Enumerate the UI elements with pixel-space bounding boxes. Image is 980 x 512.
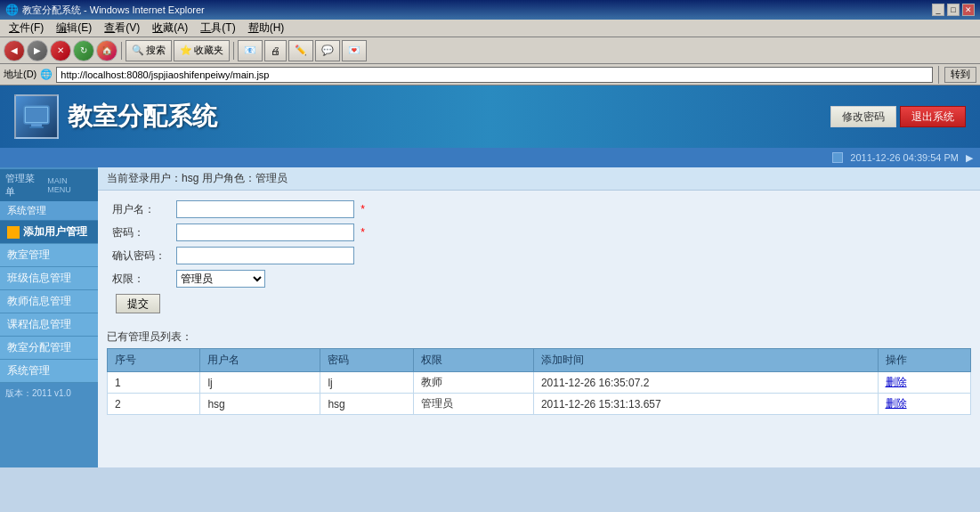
modify-password-button[interactable]: 修改密码 [830, 106, 896, 127]
cell-seq: 1 [108, 372, 200, 394]
menu-favorites[interactable]: 收藏(A) [147, 20, 193, 37]
svg-rect-1 [26, 108, 47, 122]
cell-seq: 2 [108, 394, 200, 415]
favorites-label: 收藏夹 [194, 44, 223, 57]
discuss-button[interactable]: 💬 [315, 40, 340, 61]
app-header: 教室分配系统 修改密码 退出系统 [0, 85, 980, 148]
minimize-button[interactable]: _ [932, 4, 944, 16]
back-button[interactable]: ◀ [4, 40, 25, 61]
svg-rect-3 [29, 126, 44, 128]
address-input[interactable] [56, 67, 933, 83]
sidebar-item-course-info[interactable]: 课程信息管理 [0, 313, 98, 337]
forward-button[interactable]: ▶ [27, 40, 48, 61]
search-button[interactable]: 🔍 搜索 [126, 40, 172, 61]
sidebar-item-system[interactable]: 系统管理 [0, 201, 98, 221]
sidebar-label-class-info: 班级信息管理 [7, 271, 71, 286]
sidebar-item-teacher-info[interactable]: 教师信息管理 [0, 290, 98, 313]
table-body: 1 lj lj 教师 2011-12-26 16:35:07.2 删除 2 hs… [108, 372, 971, 415]
cell-action: 删除 [878, 372, 970, 394]
toolbar-separator-1 [121, 42, 122, 60]
toolbar: ◀ ▶ ✕ ↻ 🏠 🔍 搜索 ⭐ 收藏夹 📧 🖨 ✏️ 💬 💌 [0, 37, 980, 64]
sidebar-item-room-assign[interactable]: 教室分配管理 [0, 337, 98, 360]
form-row-password: 密码： * [107, 221, 971, 244]
form-area: 用户名： * 密码： * 确认密码： [98, 191, 980, 324]
list-section: 已有管理员列表： 序号 用户名 密码 权限 添加时间 操作 1 lj lj 教师… [98, 324, 980, 420]
delete-link-2[interactable]: 删除 [886, 397, 907, 410]
password-input[interactable] [176, 223, 354, 241]
sidebar-header-sub: MAIN MENU [47, 176, 93, 194]
cell-permission: 管理员 [413, 394, 533, 415]
cell-add-time: 2011-12-26 15:31:13.657 [533, 394, 878, 415]
form-row-confirm-password: 确认密码： [107, 244, 971, 267]
confirm-password-input[interactable] [176, 247, 354, 264]
submit-area: 提交 [107, 290, 971, 317]
col-action: 操作 [878, 349, 970, 372]
edit-button[interactable]: ✏️ [288, 40, 313, 61]
maximize-button[interactable]: □ [947, 4, 960, 16]
menu-view[interactable]: 查看(V) [99, 20, 145, 37]
app-header-left: 教室分配系统 [14, 94, 217, 139]
menu-help[interactable]: 帮助(H) [243, 20, 290, 37]
col-add-time: 添加时间 [533, 349, 878, 372]
confirm-password-label: 确认密码： [107, 244, 171, 267]
version-label: 版本：2011 v1.0 [5, 388, 71, 398]
menu-bar: 文件(F) 编辑(E) 查看(V) 收藏(A) 工具(T) 帮助(H) [0, 20, 980, 37]
form-table: 用户名： * 密码： * 确认密码： [107, 198, 971, 290]
sidebar-label-course-info: 课程信息管理 [7, 317, 71, 332]
sidebar-label-sys-manage: 系统管理 [7, 363, 50, 378]
favorites-button[interactable]: ⭐ 收藏夹 [174, 40, 230, 61]
sidebar: 管理菜单 MAIN MENU 系统管理 添加用户管理 教室管理 班级信息管理 教… [0, 167, 98, 467]
table-row: 2 hsg hsg 管理员 2011-12-26 15:31:13.657 删除 [108, 394, 971, 415]
username-required: * [360, 203, 365, 215]
star-icon: ⭐ [180, 45, 192, 56]
window-controls: _ □ ✕ [932, 4, 975, 16]
user-icon [7, 226, 20, 239]
close-button[interactable]: ✕ [962, 4, 975, 16]
delete-link-1[interactable]: 删除 [886, 376, 907, 388]
sidebar-item-classroom[interactable]: 教室管理 [0, 244, 98, 267]
cell-permission: 教师 [413, 372, 533, 394]
menu-edit[interactable]: 编辑(E) [51, 20, 97, 37]
messenger-button[interactable]: 💌 [342, 40, 367, 61]
datetime-display: 2011-12-26 04:39:54 PM [850, 152, 959, 163]
sidebar-label-system: 系统管理 [7, 205, 46, 215]
table-row: 1 lj lj 教师 2011-12-26 16:35:07.2 删除 [108, 372, 971, 394]
username-label: 用户名： [107, 198, 171, 221]
sidebar-item-class-info[interactable]: 班级信息管理 [0, 267, 98, 290]
table-header-row: 序号 用户名 密码 权限 添加时间 操作 [108, 349, 971, 372]
refresh-button[interactable]: ↻ [73, 40, 94, 61]
arrow-icon: ▶ [966, 152, 973, 164]
col-username: 用户名 [200, 349, 320, 372]
stop-button[interactable]: ✕ [50, 40, 71, 61]
cell-action: 删除 [878, 394, 970, 415]
permission-select[interactable]: 管理员 教师 [176, 270, 265, 288]
logout-button[interactable]: 退出系统 [900, 106, 966, 127]
address-icon: 🌐 [40, 69, 53, 80]
menu-tools[interactable]: 工具(T) [195, 20, 240, 37]
address-bar: 地址(D) 🌐 转到 [0, 64, 980, 85]
sidebar-label-classroom: 教室管理 [7, 248, 50, 263]
menu-file[interactable]: 文件(F) [4, 20, 49, 37]
main-area: 管理菜单 MAIN MENU 系统管理 添加用户管理 教室管理 班级信息管理 教… [0, 167, 980, 467]
sidebar-item-sys-manage[interactable]: 系统管理 [0, 360, 98, 383]
col-permission: 权限 [413, 349, 533, 372]
submit-button[interactable]: 提交 [116, 294, 160, 313]
mail-button[interactable]: 📧 [238, 40, 263, 61]
sidebar-item-add-user[interactable]: 添加用户管理 [0, 221, 98, 244]
addr-separator [938, 66, 939, 84]
app-header-buttons: 修改密码 退出系统 [830, 106, 966, 127]
search-icon: 🔍 [132, 45, 144, 56]
status-icon [832, 152, 843, 163]
home-button[interactable]: 🏠 [96, 40, 117, 61]
username-input[interactable] [176, 200, 354, 218]
list-title: 已有管理员列表： [107, 329, 971, 345]
title-bar: 🌐 教室分配系统 - Windows Internet Explorer _ □… [0, 0, 980, 20]
table-head: 序号 用户名 密码 权限 添加时间 操作 [108, 349, 971, 372]
ie-icon: 🌐 [5, 4, 19, 16]
search-label: 搜索 [146, 44, 166, 57]
print-button[interactable]: 🖨 [264, 40, 287, 61]
cell-add-time: 2011-12-26 16:35:07.2 [533, 372, 878, 394]
cell-password: lj [320, 372, 413, 394]
content-area: 当前登录用户：hsg 用户角色：管理员 用户名： * 密码： * [98, 167, 980, 467]
go-button[interactable]: 转到 [944, 67, 976, 83]
